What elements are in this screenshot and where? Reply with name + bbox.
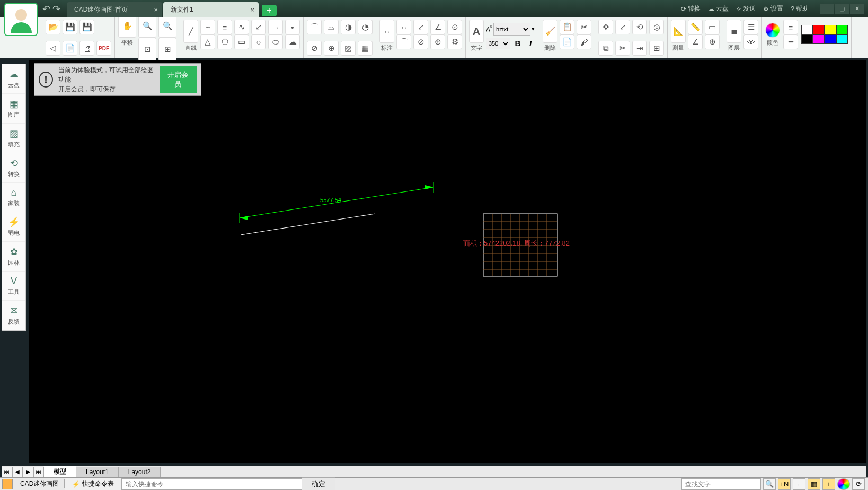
color-cyan[interactable] [836,34,848,44]
dim-linear-button[interactable]: ↔ [396,20,411,34]
color-white[interactable] [801,25,813,34]
dim-arc-button[interactable]: ⌒ [396,34,411,49]
scale-button[interactable]: ⤢ [615,20,630,34]
grid-button[interactable]: ▦ [808,478,820,490]
tab-model[interactable]: 模型 [44,466,76,478]
sidebar-gallery[interactable]: ▦图库 [2,94,25,124]
point-button[interactable]: • [285,20,300,34]
pan-button[interactable]: ✋ [118,14,136,38]
paste-button[interactable]: 📄 [560,34,574,49]
cut-button[interactable]: ✂ [577,20,591,34]
sidebar-fill[interactable]: ▨填充 [2,124,25,153]
layer-off-button[interactable]: 👁 [743,34,758,49]
layer-list-button[interactable]: ☰ [743,20,758,34]
tab-last-button[interactable]: ⏭ [33,467,44,477]
break-button[interactable]: ⊘ [307,41,322,56]
close-button[interactable]: ✕ [850,4,864,14]
tab-next-button[interactable]: ▶ [23,467,33,477]
layer-button[interactable]: ≣ [727,20,741,43]
spline-button[interactable]: ∿ [234,20,249,34]
ray-button[interactable]: → [268,20,283,34]
text-button[interactable]: A [469,20,484,43]
snap-button[interactable]: +N [778,478,791,490]
search-input[interactable] [681,478,761,490]
open-button[interactable]: 📂 [46,20,60,34]
copy-button[interactable]: 📋 [560,20,574,34]
cloud-button[interactable]: ☁云盘 [708,4,729,13]
back-button[interactable]: ◁ [46,41,60,56]
color-magenta[interactable] [813,34,825,44]
circle-button[interactable]: ○ [251,34,266,49]
zoomwin-button[interactable]: ⊡ [138,38,156,61]
tab-prev-button[interactable]: ◀ [12,467,23,477]
command-input[interactable] [122,478,302,490]
color-blue[interactable] [825,34,836,44]
rect-button[interactable]: ▭ [234,34,249,49]
offset-button[interactable]: ◎ [649,20,664,34]
send-button[interactable]: ✧发送 [736,4,756,13]
upgrade-button[interactable]: 开启会员 [160,66,197,93]
measure-area-button[interactable]: ▭ [705,20,720,34]
osnap-button[interactable]: + [822,478,835,490]
line-button[interactable]: ╱ [183,20,198,43]
zoomout-button[interactable]: 🔍 [158,14,176,38]
tab-home[interactable]: CAD迷你画图-首页 × [67,2,162,18]
delete-button[interactable]: 🧹 [543,20,557,43]
close-icon[interactable]: × [154,6,158,14]
maximize-button[interactable]: ▢ [835,4,849,14]
command-ok-button[interactable]: 确定 [302,477,335,491]
lineweight-button[interactable]: ━ [783,34,798,49]
region-button[interactable]: ▦ [358,41,373,56]
search-button[interactable]: 🔍 [763,478,776,490]
measure-id-button[interactable]: ⊕ [705,34,720,49]
saveas-button[interactable]: 💾 [79,20,94,34]
arc-button[interactable]: ⌒ [307,20,322,34]
xline-button[interactable]: ⤢ [251,20,266,34]
array-button[interactable]: ⊞ [649,41,664,56]
ortho-button[interactable]: ⌐ [793,478,805,490]
new-button[interactable]: 📄 [63,41,77,56]
measure-button[interactable]: 📐 [671,20,686,43]
settings-button[interactable]: ⚙设置 [763,4,783,13]
linetype-button[interactable]: ≡ [783,20,798,34]
brush-button[interactable]: 🖌 [577,34,591,49]
tab-newfile[interactable]: 新文件1 × [163,2,259,18]
drawing-canvas[interactable]: ! 当前为体验模式，可试用全部绘图功能 开启会员，即可保存 开启会员 5577.… [29,60,866,463]
sidebar-home[interactable]: ⌂家装 [2,183,25,212]
bold-button[interactable]: B [512,38,523,49]
measure-angle-button[interactable]: ∠ [688,34,703,49]
sidebar-garden[interactable]: ✿园林 [2,242,25,272]
help-button[interactable]: ?帮助 [791,4,809,13]
triangle-button[interactable]: △ [200,34,215,49]
cmdref-button[interactable]: ⚡快捷命令表 [65,478,122,490]
mirror-button[interactable]: ⧉ [598,41,613,56]
arc2-button[interactable]: ⌓ [324,20,339,34]
revcloud-button[interactable]: ☁ [285,34,300,49]
zoomin-button[interactable]: 🔍 [138,14,156,38]
fontsize-select[interactable]: 350 [486,38,510,49]
join-button[interactable]: ⊕ [324,41,339,56]
rotate-button[interactable]: ⟲ [632,20,647,34]
refresh-button[interactable]: ⟳ [852,478,865,490]
dim-ord-button[interactable]: ⊕ [430,34,445,49]
dim-radius-button[interactable]: ⊙ [447,20,462,34]
color-wheel-button[interactable] [765,23,780,38]
ellipse-button[interactable]: ⬭ [268,34,283,49]
user-avatar[interactable] [4,3,38,36]
tab-first-button[interactable]: ⏮ [2,467,12,477]
measure-dist-button[interactable]: 📏 [688,20,703,34]
close-icon[interactable]: × [250,6,254,14]
hatch-button[interactable]: ▨ [341,41,356,56]
add-tab-button[interactable]: + [262,5,277,16]
extend-button[interactable]: ⇥ [632,41,647,56]
font-select[interactable]: hztxt [493,23,530,36]
minimize-button[interactable]: — [820,4,834,14]
pdf-button[interactable]: PDF [96,41,111,56]
sidebar-cloud[interactable]: ☁云盘 [2,64,25,94]
trim-button[interactable]: ✂ [615,41,630,56]
sector-button[interactable]: ◔ [358,20,373,34]
redo-icon[interactable]: ↷ [52,3,60,15]
color-status-button[interactable] [837,478,850,490]
undo-icon[interactable]: ↶ [42,3,50,15]
color-black[interactable] [801,34,813,44]
